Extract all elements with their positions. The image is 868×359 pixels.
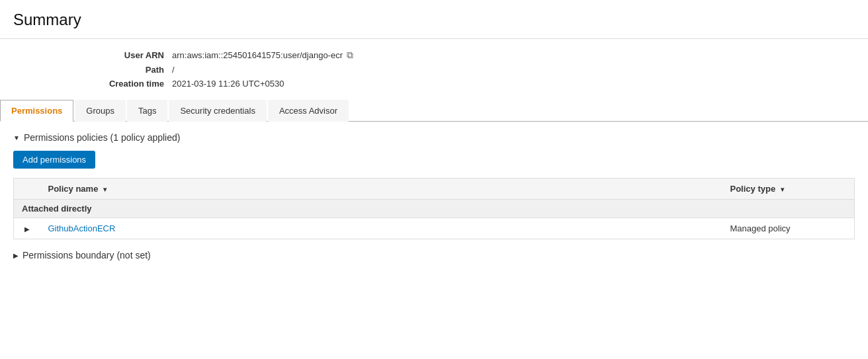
summary-section: User ARN arn:aws:iam::254501641575:user/… [0, 39, 868, 89]
permissions-boundary-section: ▶ Permissions boundary (not set) [13, 250, 855, 260]
group-row-attached-directly: Attached directly [14, 200, 855, 218]
copy-arn-icon[interactable]: ⧉ [347, 50, 353, 61]
creation-time-row: Creation time 2021-03-19 11:26 UTC+0530 [93, 79, 855, 89]
policy-name-sort-icon[interactable]: ▾ [103, 186, 107, 193]
user-arn-text: arn:aws:iam::254501641575:user/django-ec… [172, 50, 343, 60]
policies-section-header: ▼ Permissions policies (1 policy applied… [13, 132, 855, 143]
user-arn-value: arn:aws:iam::254501641575:user/django-ec… [172, 50, 353, 61]
path-row: Path / [93, 65, 855, 75]
tab-groups[interactable]: Groups [75, 100, 126, 122]
tabs-bar: Permissions Groups Tags Security credent… [0, 99, 868, 122]
policy-name-header: Policy name ▾ [40, 179, 722, 200]
policy-type-sort-icon[interactable]: ▾ [781, 186, 784, 193]
tab-tags[interactable]: Tags [127, 100, 167, 122]
policy-type-header: Policy type ▾ [722, 179, 855, 200]
tab-security-credentials[interactable]: Security credentials [169, 100, 266, 122]
info-table: User ARN arn:aws:iam::254501641575:user/… [93, 50, 855, 89]
policy-table: Policy name ▾ Policy type ▾ Attached dir… [13, 178, 855, 239]
tab-access-advisor[interactable]: Access Advisor [268, 100, 349, 122]
table-header-row: Policy name ▾ Policy type ▾ [14, 179, 855, 200]
user-arn-label: User ARN [93, 50, 172, 60]
policy-name-link[interactable]: GithubActionECR [48, 223, 116, 233]
creation-time-value: 2021-03-19 11:26 UTC+0530 [172, 79, 284, 89]
row-expand-cell: ▶ [14, 218, 40, 239]
policies-collapse-icon[interactable]: ▼ [13, 134, 20, 141]
path-label: Path [93, 65, 172, 75]
user-arn-row: User ARN arn:aws:iam::254501641575:user/… [93, 50, 855, 61]
add-permissions-button[interactable]: Add permissions [13, 151, 95, 169]
permissions-tab-content: ▼ Permissions policies (1 policy applied… [0, 122, 868, 271]
boundary-header-text: Permissions boundary (not set) [22, 250, 151, 260]
table-row: ▶ GithubActionECR Managed policy [14, 218, 855, 239]
page-container: Summary User ARN arn:aws:iam::2545016415… [0, 0, 868, 359]
path-value: / [172, 65, 175, 75]
policies-header-text: Permissions policies (1 policy applied) [24, 132, 181, 143]
policy-type-cell: Managed policy [722, 218, 855, 239]
row-expand-icon[interactable]: ▶ [24, 225, 30, 233]
tab-permissions[interactable]: Permissions [0, 100, 73, 122]
creation-time-label: Creation time [93, 79, 172, 89]
boundary-expand-icon[interactable]: ▶ [13, 252, 19, 259]
checkbox-header [14, 179, 40, 200]
page-title: Summary [0, 0, 868, 39]
policy-name-cell: GithubActionECR [40, 218, 722, 239]
